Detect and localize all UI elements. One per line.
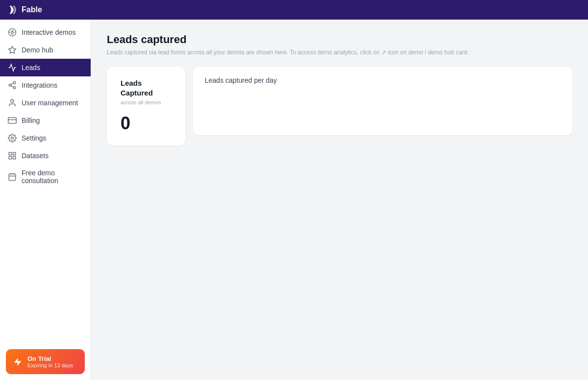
- svg-point-7: [11, 99, 14, 102]
- sidebar-item-datasets[interactable]: Datasets: [0, 147, 91, 165]
- page-subtitle: Leads captured via lead forms across all…: [107, 49, 572, 56]
- svg-rect-14: [9, 157, 11, 159]
- svg-rect-8: [8, 118, 17, 123]
- chart-card: Leads captured per day: [193, 67, 572, 135]
- sidebar-item-free-demo[interactable]: Free demo consultation: [0, 165, 91, 189]
- sidebar-item-interactive-demos[interactable]: Interactive demos: [0, 24, 91, 41]
- leads-count-card: Leads Captured across all demos 0: [107, 67, 185, 145]
- chart-title: Leads captured per day: [205, 76, 561, 84]
- app-name: Fable: [22, 5, 42, 14]
- svg-point-3: [9, 84, 11, 87]
- calendar-icon: [8, 172, 17, 181]
- svg-point-10: [11, 137, 14, 140]
- sidebar-item-settings[interactable]: Settings: [0, 129, 91, 147]
- svg-point-0: [11, 31, 14, 34]
- svg-rect-12: [13, 152, 16, 155]
- leads-count-subtitle: across all demos: [121, 99, 172, 105]
- sidebar-bottom: On Trial Expiring in 13 days: [0, 343, 91, 380]
- svg-rect-11: [9, 152, 11, 155]
- app-logo[interactable]: Fable: [8, 5, 42, 15]
- main-content: Leads captured Leads captured via lead f…: [91, 20, 588, 380]
- trial-text: On Trial Expiring in 13 days: [27, 355, 73, 368]
- trial-subtitle: Expiring in 13 days: [27, 362, 73, 368]
- svg-rect-13: [13, 157, 16, 159]
- trial-title: On Trial: [27, 355, 73, 362]
- sidebar-item-integrations[interactable]: Integrations: [0, 76, 91, 94]
- user-icon: [8, 98, 17, 107]
- page-title: Leads captured: [107, 33, 572, 46]
- sidebar-item-user-management[interactable]: User management: [0, 94, 91, 112]
- cards-row: Leads Captured across all demos 0 Leads …: [107, 67, 572, 145]
- sidebar-item-billing[interactable]: Billing: [0, 112, 91, 129]
- sidebar-item-leads[interactable]: Leads: [0, 59, 91, 76]
- interactive-icon: [8, 28, 17, 37]
- trial-card[interactable]: On Trial Expiring in 13 days: [6, 349, 85, 374]
- svg-point-4: [13, 87, 16, 89]
- sidebar: Interactive demos Demo hub Leads: [0, 20, 91, 380]
- billing-icon: [8, 116, 17, 125]
- integrations-icon: [8, 81, 17, 90]
- svg-point-2: [13, 82, 16, 84]
- datasets-icon: [8, 151, 17, 160]
- sidebar-item-demo-hub[interactable]: Demo hub: [0, 41, 91, 59]
- svg-marker-19: [14, 357, 22, 366]
- leads-count-title: Leads Captured: [121, 78, 172, 97]
- hub-icon: [8, 46, 17, 54]
- svg-line-6: [11, 83, 13, 85]
- bolt-icon: [13, 357, 23, 367]
- svg-marker-1: [9, 47, 16, 53]
- svg-line-5: [11, 86, 13, 87]
- settings-icon: [8, 134, 17, 142]
- svg-rect-15: [9, 174, 16, 181]
- sidebar-nav: Interactive demos Demo hub Leads: [0, 20, 91, 343]
- top-navbar: Fable: [0, 0, 588, 20]
- leads-icon: [8, 63, 17, 72]
- leads-count-value: 0: [121, 113, 172, 134]
